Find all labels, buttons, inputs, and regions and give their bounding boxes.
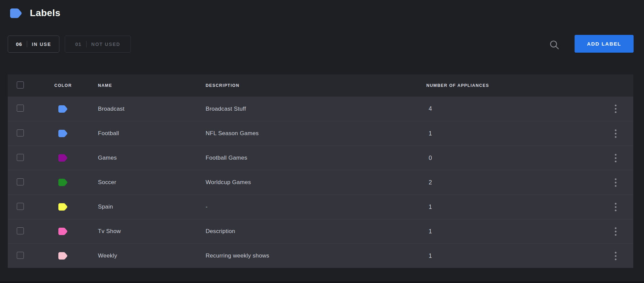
kebab-icon (615, 129, 616, 131)
row-checkbox-cell (8, 203, 54, 211)
label-color-cell (54, 178, 98, 186)
label-tag-icon (58, 227, 68, 235)
column-header-appliances: NUMBER OF APPLIANCES (426, 83, 598, 88)
table-row: Football NFL Season Games 1 (8, 121, 633, 146)
label-tag-icon (58, 105, 68, 113)
label-color-cell (54, 129, 98, 137)
kebab-icon (615, 154, 616, 156)
label-description: Football Games (206, 155, 426, 161)
table-body: Broadcast Broadcast Stuff 4 Football NFL… (8, 97, 633, 268)
row-checkbox-cell (8, 227, 54, 236)
label-description: Recurring weekly shows (206, 252, 426, 259)
appliance-count: 1 (426, 228, 598, 235)
label-name: Spain (98, 204, 206, 210)
appliance-count: 0 (426, 155, 598, 162)
row-checkbox[interactable] (17, 178, 24, 185)
row-checkbox[interactable] (17, 252, 24, 259)
page-header: Labels (9, 8, 60, 18)
row-menu-button[interactable] (610, 151, 621, 165)
in-use-label: IN USE (32, 42, 51, 47)
table-row: Weekly Recurring weekly shows 1 (8, 243, 633, 268)
label-description: Description (206, 228, 426, 235)
filter-in-use[interactable]: 06 IN USE (8, 36, 59, 53)
row-menu-button[interactable] (610, 225, 621, 238)
appliance-count: 1 (426, 204, 598, 211)
kebab-icon (615, 105, 616, 106)
select-all-checkbox[interactable] (17, 81, 24, 89)
labels-table: COLOR NAME DESCRIPTION NUMBER OF APPLIAN… (8, 74, 633, 268)
row-checkbox-cell (8, 178, 54, 187)
row-actions-cell (598, 102, 633, 116)
in-use-count: 06 (16, 41, 22, 47)
row-checkbox[interactable] (17, 129, 24, 136)
row-actions-cell (598, 127, 633, 140)
label-tag-icon (58, 203, 68, 211)
row-actions-cell (598, 151, 633, 165)
row-actions-cell (598, 200, 633, 214)
table-row: Broadcast Broadcast Stuff 4 (8, 97, 633, 121)
table-header-row: COLOR NAME DESCRIPTION NUMBER OF APPLIAN… (8, 74, 633, 97)
label-tag-icon (58, 252, 68, 260)
table-row: Soccer Worldcup Games 2 (8, 170, 633, 194)
label-color-cell (54, 227, 98, 235)
table-row: Tv Show Description 1 (8, 219, 633, 243)
row-menu-button[interactable] (610, 127, 621, 140)
search-icon (549, 40, 559, 50)
row-checkbox[interactable] (17, 203, 24, 210)
row-menu-button[interactable] (610, 102, 621, 116)
label-name: Soccer (98, 179, 206, 186)
row-menu-button[interactable] (610, 249, 621, 263)
label-color-cell (54, 252, 98, 260)
search-button[interactable] (549, 40, 560, 51)
label-tag-icon (58, 154, 68, 162)
row-checkbox-cell (8, 154, 54, 162)
label-color-cell (54, 203, 98, 211)
kebab-icon (615, 227, 616, 229)
row-actions-cell (598, 176, 633, 189)
column-header-color: COLOR (54, 83, 98, 88)
appliance-count: 4 (426, 105, 598, 112)
add-label-button[interactable]: ADD LABEL (575, 35, 634, 53)
header-checkbox-cell (8, 81, 54, 90)
row-checkbox-cell (8, 129, 54, 138)
kebab-icon (615, 178, 616, 180)
kebab-icon (615, 203, 616, 205)
chip-divider (86, 41, 87, 47)
page-title: Labels (30, 8, 60, 18)
label-description: NFL Season Games (206, 130, 426, 137)
label-tag-icon (58, 178, 68, 186)
label-description: Broadcast Stuff (206, 106, 426, 112)
kebab-icon (615, 252, 616, 253)
filter-not-used[interactable]: 01 NOT USED (65, 36, 131, 53)
appliance-count: 2 (426, 179, 598, 186)
label-tag-icon (58, 129, 68, 137)
row-menu-button[interactable] (610, 200, 621, 214)
label-tag-icon (9, 8, 22, 18)
row-checkbox[interactable] (17, 227, 24, 234)
label-name: Weekly (98, 252, 206, 259)
column-header-name: NAME (98, 83, 206, 88)
label-color-cell (54, 154, 98, 162)
column-header-description: DESCRIPTION (206, 83, 426, 88)
label-name: Broadcast (98, 106, 206, 112)
label-name: Games (98, 155, 206, 161)
appliance-count: 1 (426, 252, 598, 260)
row-actions-cell (598, 225, 633, 238)
chip-divider (27, 41, 27, 47)
label-color-cell (54, 105, 98, 113)
row-checkbox[interactable] (17, 154, 24, 161)
label-description: - (206, 204, 426, 210)
label-name: Football (98, 130, 206, 137)
label-name: Tv Show (98, 228, 206, 235)
table-row: Games Football Games 0 (8, 146, 633, 170)
row-menu-button[interactable] (610, 176, 621, 189)
appliance-count: 1 (426, 130, 598, 137)
row-checkbox[interactable] (17, 105, 24, 112)
row-checkbox-cell (8, 252, 54, 260)
table-row: Spain - 1 (8, 194, 633, 219)
row-actions-cell (598, 249, 633, 263)
row-checkbox-cell (8, 105, 54, 113)
bottom-edge-strip (0, 281, 644, 283)
not-used-label: NOT USED (91, 42, 120, 47)
label-description: Worldcup Games (206, 179, 426, 186)
